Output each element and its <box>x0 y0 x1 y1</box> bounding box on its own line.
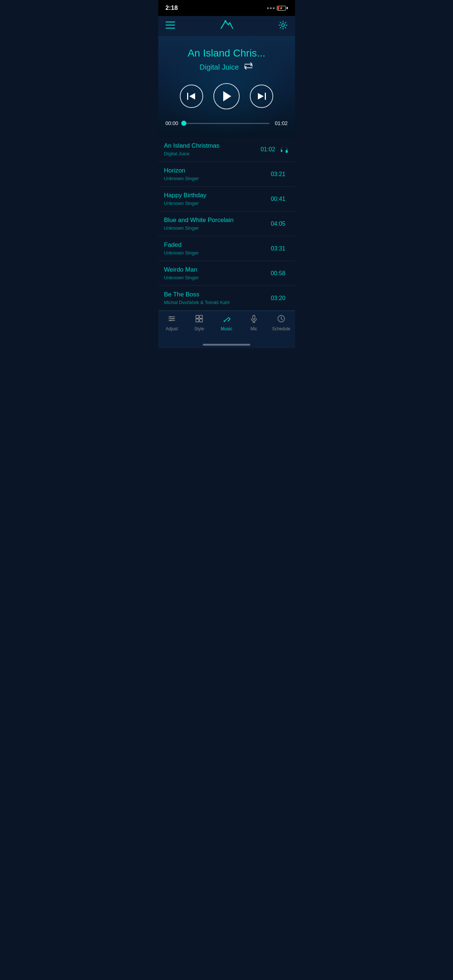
nav-item-schedule[interactable]: Schedule <box>268 315 295 331</box>
progress-dot[interactable] <box>181 121 187 126</box>
player-section: An Island Chris... Digital Juice <box>158 37 295 137</box>
headphone-icon <box>279 145 289 154</box>
player-artist-name: Digital Juice <box>199 63 239 72</box>
song-title: Blue and White Porcelain <box>164 216 271 224</box>
nav-item-label-schedule: Schedule <box>272 326 290 331</box>
svg-rect-2 <box>166 28 175 29</box>
nav-item-label-music: Music <box>221 326 232 331</box>
song-info: An Island ChristmasDigital Juice <box>164 142 261 156</box>
home-indicator <box>158 341 295 348</box>
svg-point-7 <box>286 151 288 153</box>
nav-item-music[interactable]: Music <box>213 315 240 331</box>
player-controls <box>166 83 288 110</box>
song-artist: Unknown Singer <box>164 176 271 181</box>
svg-point-4 <box>282 24 284 27</box>
svg-rect-5 <box>187 92 188 100</box>
song-artist: Unknown Singer <box>164 250 271 256</box>
song-item[interactable]: FadedUnknown Singer03:31 <box>158 236 295 261</box>
song-info: FadedUnknown Singer <box>164 241 271 256</box>
svg-point-12 <box>172 318 174 320</box>
nav-item-mic[interactable]: Mic <box>240 315 268 331</box>
song-item[interactable]: HorizonUnknown Singer03:21 <box>158 162 295 187</box>
player-song-title: An Island Chris... <box>166 48 288 59</box>
menu-icon[interactable] <box>166 22 175 31</box>
settings-icon[interactable] <box>278 21 288 32</box>
prev-button[interactable] <box>180 84 203 108</box>
song-duration: 03:20 <box>271 295 285 302</box>
song-duration: 00:41 <box>271 196 285 202</box>
svg-rect-16 <box>196 319 199 322</box>
play-button[interactable] <box>214 83 239 110</box>
song-item[interactable]: Be The BossMichal Dvořáček & Tomáš Kahl0… <box>158 286 295 310</box>
svg-rect-6 <box>265 92 266 100</box>
nav-item-style[interactable]: Style <box>186 315 213 331</box>
nav-item-label-style: Style <box>195 326 204 331</box>
song-artist: Michal Dvořáček & Tomáš Kahl <box>164 300 271 305</box>
style-icon <box>195 315 203 325</box>
svg-rect-15 <box>199 315 203 318</box>
song-info: Blue and White PorcelainUnknown Singer <box>164 216 271 231</box>
song-info: HorizonUnknown Singer <box>164 167 271 181</box>
song-item[interactable]: Weirdo ManUnknown Singer00:58 <box>158 261 295 286</box>
progress-bar[interactable] <box>184 123 270 124</box>
song-title: Faded <box>164 241 271 249</box>
signal-icon <box>267 7 274 9</box>
svg-rect-14 <box>196 315 199 318</box>
song-artist: Unknown Singer <box>164 200 271 206</box>
song-title: Weirdo Man <box>164 266 271 274</box>
home-bar <box>203 344 250 345</box>
svg-point-11 <box>170 316 171 318</box>
song-info: Be The BossMichal Dvořáček & Tomáš Kahl <box>164 291 271 305</box>
song-list: An Island ChristmasDigital Juice01:02 Ho… <box>158 137 295 310</box>
nav-item-label-adjust: Adjust <box>166 326 178 331</box>
svg-rect-17 <box>199 319 203 322</box>
song-item[interactable]: Blue and White PorcelainUnknown Singer04… <box>158 212 295 236</box>
svg-point-18 <box>223 320 225 322</box>
adjust-icon <box>168 315 176 325</box>
repeat-icon[interactable] <box>243 62 254 72</box>
svg-point-3 <box>225 21 226 22</box>
app-logo <box>217 18 236 34</box>
song-title: An Island Christmas <box>164 142 261 150</box>
battery-icon: ⚡ <box>277 6 288 11</box>
song-info: Weirdo ManUnknown Singer <box>164 266 271 280</box>
song-duration: 01:02 <box>260 146 275 153</box>
song-artist: Digital Juice <box>164 151 261 156</box>
total-time: 01:02 <box>273 120 288 126</box>
progress-section: 00:00 01:02 <box>166 120 288 130</box>
song-title: Happy Birthday <box>164 192 271 199</box>
svg-point-13 <box>170 320 171 321</box>
nav-item-adjust[interactable]: Adjust <box>158 315 186 331</box>
song-item[interactable]: An Island ChristmasDigital Juice01:02 <box>158 137 295 162</box>
next-button[interactable] <box>250 84 273 108</box>
song-duration: 03:21 <box>271 171 285 178</box>
music-icon <box>222 315 231 325</box>
song-info: Happy BirthdayUnknown Singer <box>164 192 271 206</box>
song-title: Be The Boss <box>164 291 271 298</box>
artist-row: Digital Juice <box>166 62 288 72</box>
song-duration: 03:31 <box>271 245 285 252</box>
song-duration: 04:05 <box>271 221 285 227</box>
current-time: 00:00 <box>166 120 180 126</box>
song-item[interactable]: Happy BirthdayUnknown Singer00:41 <box>158 187 295 212</box>
svg-rect-0 <box>166 22 175 22</box>
mic-icon <box>250 315 258 325</box>
svg-rect-19 <box>253 315 255 320</box>
status-icons: ⚡ <box>267 6 288 11</box>
status-bar: 2:18 ⚡ <box>158 0 295 16</box>
status-time: 2:18 <box>166 5 178 12</box>
song-artist: Unknown Singer <box>164 225 271 231</box>
nav-item-label-mic: Mic <box>250 326 257 331</box>
song-artist: Unknown Singer <box>164 275 271 280</box>
schedule-icon <box>277 315 285 325</box>
song-title: Horizon <box>164 167 271 174</box>
bottom-nav: Adjust Style Music Mic Schedule <box>158 310 295 341</box>
top-nav <box>158 16 295 37</box>
svg-rect-1 <box>166 24 175 25</box>
song-duration: 00:58 <box>271 270 285 277</box>
